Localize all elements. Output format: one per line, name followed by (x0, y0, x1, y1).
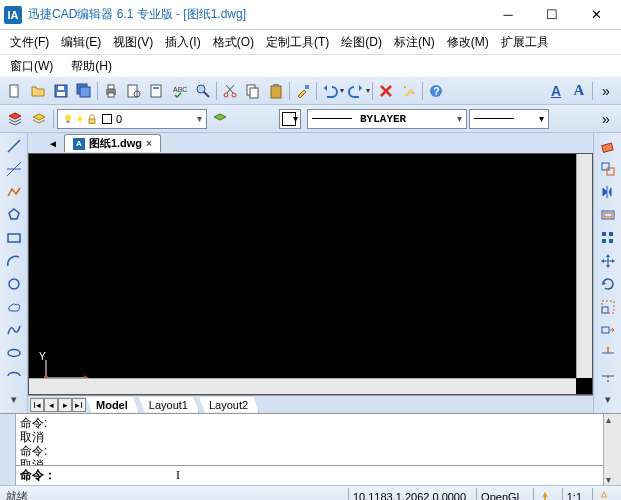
document-tab[interactable]: A 图纸1.dwg × (64, 134, 161, 152)
scale-display[interactable]: 1:1 (562, 488, 586, 501)
command-grip[interactable] (0, 414, 16, 485)
command-input[interactable]: 命令： I (16, 465, 603, 485)
offset-tool-icon[interactable] (596, 204, 620, 226)
close-button[interactable]: ✕ (583, 4, 609, 26)
svg-point-17 (232, 93, 236, 97)
cut-icon[interactable] (219, 80, 241, 102)
copy-tool-icon[interactable] (596, 158, 620, 180)
print-preview-icon[interactable] (123, 80, 145, 102)
render-mode[interactable]: OpenGL (476, 488, 527, 501)
linetype-dropdown[interactable]: BYLAYER (307, 109, 467, 129)
svg-rect-38 (8, 234, 20, 242)
help-icon[interactable]: ? (425, 80, 447, 102)
find-icon[interactable] (192, 80, 214, 102)
menu-modify[interactable]: 修改(M) (443, 32, 493, 53)
delete-icon[interactable] (375, 80, 397, 102)
matchprop-icon[interactable] (292, 80, 314, 102)
polygon-tool-icon[interactable] (2, 204, 26, 226)
layout-last-icon[interactable]: ▸I (72, 398, 86, 412)
rectangle-tool-icon[interactable] (2, 227, 26, 249)
menu-format[interactable]: 格式(O) (209, 32, 258, 53)
layer-prev-icon[interactable] (209, 108, 231, 130)
text-style-icon[interactable]: A (545, 80, 567, 102)
layer-manager-icon[interactable] (4, 108, 26, 130)
menu-file[interactable]: 文件(F) (6, 32, 53, 53)
drawing-canvas[interactable]: Y X (28, 153, 593, 395)
annotation-scale-icon[interactable] (533, 488, 556, 501)
saveall-icon[interactable] (73, 80, 95, 102)
menu-draw[interactable]: 绘图(D) (337, 32, 386, 53)
drawing-area: ◄ A 图纸1.dwg × Y X I◂ (28, 133, 593, 413)
new-icon[interactable] (4, 80, 26, 102)
menu-view[interactable]: 视图(V) (109, 32, 157, 53)
save-icon[interactable] (50, 80, 72, 102)
array-tool-icon[interactable] (596, 227, 620, 249)
close-tab-icon[interactable]: × (146, 138, 152, 149)
annotation-visibility-icon[interactable] (592, 488, 615, 501)
modify-overflow-icon[interactable]: ▾ (596, 388, 620, 410)
menu-dimension[interactable]: 标注(N) (390, 32, 439, 53)
main-area: ▾ ◄ A 图纸1.dwg × Y X (0, 133, 621, 413)
command-history: 命令: 取消 命令: 取消 (16, 414, 603, 465)
extend-tool-icon[interactable] (596, 365, 620, 387)
ellipse-arc-icon[interactable] (2, 365, 26, 387)
menu-extension-tools[interactable]: 扩展工具 (497, 32, 553, 53)
layout1-tab[interactable]: Layout1 (139, 397, 199, 413)
erase-tool-icon[interactable] (596, 135, 620, 157)
undo-icon[interactable] (319, 80, 341, 102)
publish-icon[interactable] (146, 80, 168, 102)
draw-overflow-icon[interactable]: ▾ (2, 388, 26, 410)
open-icon[interactable] (27, 80, 49, 102)
copy-icon[interactable] (242, 80, 264, 102)
tab-nav-left-icon[interactable]: ◄ (48, 138, 58, 149)
scale-tool-icon[interactable] (596, 296, 620, 318)
lock-icon (86, 113, 98, 125)
layer-dropdown[interactable]: 0 (57, 109, 207, 129)
circle-tool-icon[interactable] (2, 273, 26, 295)
trim-tool-icon[interactable] (596, 342, 620, 364)
maximize-button[interactable]: ☐ (539, 4, 565, 26)
command-scrollbar[interactable] (603, 414, 621, 485)
layout-prev-icon[interactable]: ◂ (44, 398, 58, 412)
redo-icon[interactable] (345, 80, 367, 102)
stretch-tool-icon[interactable] (596, 319, 620, 341)
spellcheck-icon[interactable]: ABC (169, 80, 191, 102)
layer-state-icon[interactable] (28, 108, 50, 130)
menu-help[interactable]: 帮助(H) (67, 56, 116, 77)
canvas-scrollbar-h[interactable] (29, 378, 576, 394)
print-icon[interactable] (100, 80, 122, 102)
menu-window[interactable]: 窗口(W) (6, 56, 57, 77)
canvas-scrollbar-v[interactable] (576, 154, 592, 378)
layout-next-icon[interactable]: ▸ (58, 398, 72, 412)
line-tool-icon[interactable] (2, 135, 26, 157)
svg-point-40 (8, 350, 20, 357)
paste-icon[interactable] (265, 80, 287, 102)
svg-rect-49 (602, 232, 606, 236)
minimize-button[interactable]: ─ (495, 4, 521, 26)
rotate-tool-icon[interactable] (596, 273, 620, 295)
layout-tabs: I◂ ◂ ▸ ▸I Model Layout1 Layout2 (28, 395, 593, 413)
lineweight-dropdown[interactable]: ▾ (469, 109, 549, 129)
move-tool-icon[interactable] (596, 250, 620, 272)
menu-edit[interactable]: 编辑(E) (57, 32, 105, 53)
revision-cloud-icon[interactable] (2, 296, 26, 318)
menu-insert[interactable]: 插入(I) (161, 32, 204, 53)
coordinates-display[interactable]: 10.1183,1.2062,0.0000 (348, 488, 470, 501)
mirror-tool-icon[interactable] (596, 181, 620, 203)
menu-custom-tools[interactable]: 定制工具(T) (262, 32, 333, 53)
construction-line-icon[interactable] (2, 158, 26, 180)
toolbar2-overflow-icon[interactable]: » (595, 108, 617, 130)
arc-tool-icon[interactable] (2, 250, 26, 272)
cleanup-icon[interactable] (398, 80, 420, 102)
font-icon[interactable]: A (568, 80, 590, 102)
spline-tool-icon[interactable] (2, 319, 26, 341)
svg-rect-21 (273, 84, 279, 87)
layout2-tab[interactable]: Layout2 (199, 397, 259, 413)
svg-rect-3 (58, 86, 64, 90)
color-control[interactable] (279, 109, 301, 129)
toolbar-overflow-icon[interactable]: » (595, 80, 617, 102)
ellipse-tool-icon[interactable] (2, 342, 26, 364)
model-tab[interactable]: Model (86, 397, 139, 413)
layout-first-icon[interactable]: I◂ (30, 398, 44, 412)
polyline-tool-icon[interactable] (2, 181, 26, 203)
